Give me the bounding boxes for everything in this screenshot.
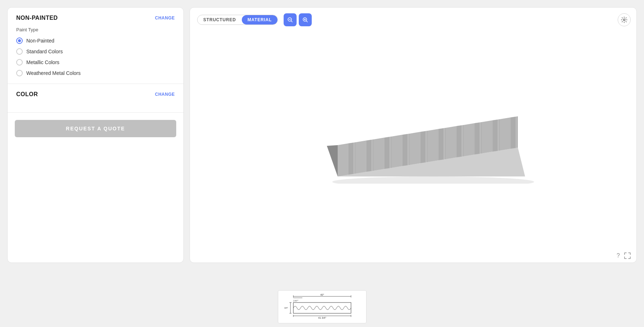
svg-marker-47 xyxy=(493,119,500,152)
radio-standard-colors[interactable] xyxy=(16,48,23,55)
svg-point-7 xyxy=(623,19,625,21)
radio-metallic-colors[interactable] xyxy=(16,59,23,66)
right-panel: STRUCTURED MATERIAL xyxy=(190,7,637,263)
radio-label-non-painted: Non-Painted xyxy=(26,38,54,44)
paint-section: NON-PAINTED CHANGE Paint Type Non-Painte… xyxy=(8,8,183,84)
dimension-diagram: 40" 2.67" 3/4" 41 3/4" xyxy=(278,290,367,323)
main-container: NON-PAINTED CHANGE Paint Type Non-Painte… xyxy=(7,7,637,263)
request-quote-button[interactable]: REQUEST A QUOTE xyxy=(15,120,176,137)
color-section-title: COLOR xyxy=(16,91,38,98)
svg-marker-44 xyxy=(439,128,446,160)
zoom-in-icon xyxy=(302,17,308,23)
color-section: COLOR CHANGE xyxy=(8,84,183,113)
settings-icon xyxy=(621,17,627,23)
bottom-width-label: 41 3/4" xyxy=(318,317,326,319)
radio-option-standard[interactable]: Standard Colors xyxy=(16,48,175,55)
radio-option-weathered[interactable]: Weathered Metal Colors xyxy=(16,70,175,76)
radio-weathered-colors[interactable] xyxy=(16,70,23,76)
svg-marker-33 xyxy=(482,120,493,153)
svg-line-2 xyxy=(291,21,293,22)
fullscreen-icon xyxy=(624,252,631,259)
viewer-bottom-controls: ? xyxy=(190,249,636,263)
viewer-toolbar: STRUCTURED MATERIAL xyxy=(190,8,636,32)
svg-marker-18 xyxy=(392,135,403,168)
paint-section-header: NON-PAINTED CHANGE xyxy=(16,15,175,21)
svg-marker-21 xyxy=(410,132,421,165)
svg-marker-36 xyxy=(500,117,511,151)
viewer-area xyxy=(190,32,636,249)
svg-point-8 xyxy=(332,176,534,184)
svg-marker-39 xyxy=(348,142,356,175)
radio-option-non-painted[interactable]: Non-Painted xyxy=(16,37,175,44)
svg-marker-48 xyxy=(511,116,518,149)
paint-section-title: NON-PAINTED xyxy=(16,15,58,21)
svg-marker-15 xyxy=(374,138,385,171)
height-label: 3/4" xyxy=(284,307,288,309)
zoom-out-icon xyxy=(287,17,293,23)
settings-button[interactable] xyxy=(618,13,631,26)
radio-label-standard: Standard Colors xyxy=(26,49,63,54)
svg-marker-42 xyxy=(403,134,410,166)
help-icon: ? xyxy=(617,252,620,259)
svg-marker-30 xyxy=(464,123,475,156)
metal-panel-3d xyxy=(305,104,521,176)
bottom-diagram-container: 40" 2.67" 3/4" 41 3/4" xyxy=(0,290,644,327)
radio-label-weathered: Weathered Metal Colors xyxy=(26,70,81,76)
view-toggle: STRUCTURED MATERIAL xyxy=(197,15,278,25)
svg-marker-12 xyxy=(356,140,367,174)
help-button[interactable]: ? xyxy=(617,252,620,259)
material-view-button[interactable]: MATERIAL xyxy=(242,15,278,24)
dimension-diagram-svg: 40" 2.67" 3/4" 41 3/4" xyxy=(283,294,362,319)
corrugated-panel-svg xyxy=(305,104,558,184)
svg-marker-46 xyxy=(475,122,482,154)
svg-marker-27 xyxy=(446,126,457,159)
left-panel: NON-PAINTED CHANGE Paint Type Non-Painte… xyxy=(7,7,184,263)
radio-label-metallic: Metallic Colors xyxy=(26,59,59,65)
top-width-label: 40" xyxy=(320,294,324,296)
svg-marker-43 xyxy=(421,131,428,163)
radio-non-painted[interactable] xyxy=(16,37,23,44)
color-section-header: COLOR CHANGE xyxy=(16,91,175,98)
zoom-out-button[interactable] xyxy=(284,13,297,26)
zoom-in-button[interactable] xyxy=(299,13,312,26)
svg-marker-49 xyxy=(327,145,338,176)
svg-marker-9 xyxy=(338,143,348,176)
svg-marker-24 xyxy=(428,129,439,162)
svg-marker-45 xyxy=(457,125,464,157)
fullscreen-button[interactable] xyxy=(624,252,631,259)
paint-type-radio-group: Non-Painted Standard Colors Metallic Col… xyxy=(16,37,175,76)
paint-type-label: Paint Type xyxy=(16,27,175,32)
paint-change-button[interactable]: CHANGE xyxy=(155,15,175,21)
svg-line-6 xyxy=(306,21,308,22)
structured-view-button[interactable]: STRUCTURED xyxy=(197,15,242,24)
zoom-controls xyxy=(284,13,312,26)
svg-marker-40 xyxy=(367,139,374,172)
left-width-label: 2.67" xyxy=(293,300,298,302)
svg-marker-41 xyxy=(385,136,392,169)
radio-option-metallic[interactable]: Metallic Colors xyxy=(16,59,175,66)
color-change-button[interactable]: CHANGE xyxy=(155,92,175,97)
